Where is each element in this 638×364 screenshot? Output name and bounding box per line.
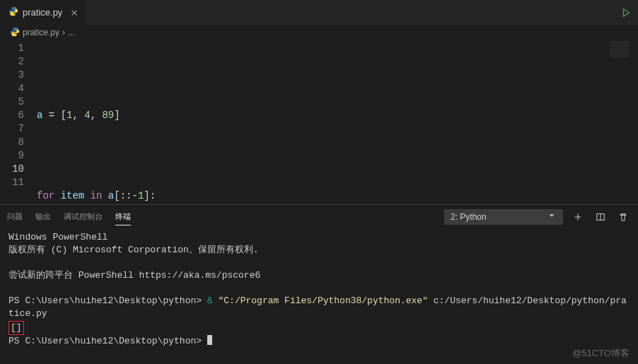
chevron-down-icon [547,211,557,223]
run-button[interactable] [614,0,638,25]
panel-tab-output[interactable]: 输出 [35,209,51,225]
python-file-icon [8,6,18,18]
tab-pratice-py[interactable]: pratice.py [0,0,87,25]
panel-tab-problems[interactable]: 问题 [7,209,23,225]
highlighted-output: [] [8,321,24,335]
kill-terminal-button[interactable] [615,209,631,225]
new-terminal-button[interactable] [570,209,586,225]
terminal-selected-label: 2: Python [451,212,487,222]
tab-filename: pratice.py [23,7,62,18]
terminal-content[interactable]: Windows PowerShell 版权所有 (C) Microsoft Co… [0,228,638,364]
watermark: @51CTO博客 [572,347,630,360]
breadcrumb-suffix: ... [68,28,75,37]
panel-tab-bar: 问题 输出 调试控制台 终端 2: Python [0,205,638,228]
python-file-icon [10,27,20,39]
editor-tab-bar: pratice.py [0,0,638,25]
close-icon[interactable] [69,8,79,18]
split-terminal-button[interactable] [593,209,608,225]
panel-tab-terminal[interactable]: 终端 [115,209,131,225]
terminal-cursor [207,335,212,345]
chevron-right-icon: › [62,28,65,37]
breadcrumb[interactable]: pratice.py › ... [0,25,638,40]
bottom-panel: 问题 输出 调试控制台 终端 2: Python Windows PowerSh… [0,204,638,364]
panel-tab-debug-console[interactable]: 调试控制台 [64,209,103,225]
breadcrumb-file: pratice.py [23,28,59,37]
minimap[interactable] [610,41,630,58]
terminal-selector[interactable]: 2: Python [444,209,563,225]
